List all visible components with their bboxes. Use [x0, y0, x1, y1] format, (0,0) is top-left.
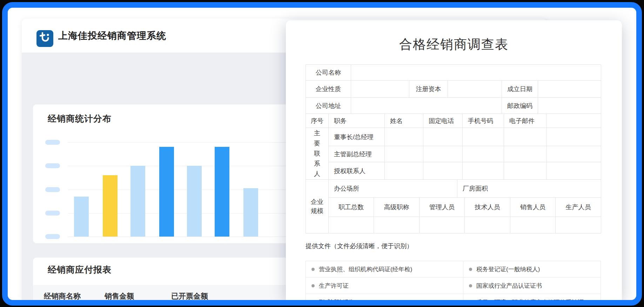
field-establish-date — [538, 81, 601, 98]
document-item-text: 质量、环境、职业健康安全管理体系认证 — [476, 298, 584, 306]
contact-role-label: 授权联系人 — [329, 162, 385, 180]
contact-role-label: 董事长/总经理 — [329, 128, 385, 146]
contact-field — [504, 146, 547, 162]
enterprise-scale-vertical-text: 企业规模 — [310, 197, 324, 216]
label-landline: 固定电话 — [423, 114, 463, 128]
chart-bar — [103, 175, 118, 237]
document-item: 税务登记证(一般纳税人) — [463, 261, 601, 277]
contact-field — [385, 146, 423, 162]
contact-header-empty — [547, 114, 601, 128]
contact-field — [547, 128, 601, 146]
label-establish-date: 成立日期 — [502, 81, 538, 98]
chart-bar — [130, 166, 145, 237]
form-row-company-name: 公司名称 — [306, 65, 601, 81]
contact-row: 董事长/总经理 — [329, 128, 601, 146]
form-title: 合格经销商调查表 — [286, 36, 622, 53]
bullet-icon — [311, 284, 315, 287]
document-item: 营业执照、组织机构代码证(经年检) — [306, 261, 463, 277]
report-column-header: 销售金额 — [105, 291, 171, 301]
axis-label-pill — [45, 140, 60, 145]
scale-row-staff-values — [329, 217, 601, 233]
label-enterprise-nature: 企业性质 — [306, 81, 351, 98]
chart-bar — [74, 197, 89, 237]
stats-card-title: 经销商统计分布 — [48, 113, 112, 124]
report-card-title: 经销商应付报表 — [48, 264, 112, 275]
tj-brand-icon — [36, 30, 53, 47]
scale-section: 企业规模 办公场所 厂房面积 职工总数高级职称管理人员技术人员销售人员生产人员 — [306, 180, 601, 233]
document-item-text: 型式试验报告 — [319, 298, 355, 306]
survey-form-panel: 合格经销商调查表 公司名称 企业性质 注册资本 成立日期 — [286, 20, 622, 300]
form-row-address: 公司地址 邮政编码 — [306, 98, 601, 114]
contact-field — [504, 162, 547, 180]
document-item: 生产许可证 — [306, 278, 463, 294]
axis-label-pill — [45, 187, 60, 192]
contact-field — [423, 128, 463, 146]
label-company-address: 公司地址 — [306, 98, 351, 114]
label-main-contacts: 主要联系人 — [306, 128, 329, 180]
document-row: 型式试验报告质量、环境、职业健康安全管理体系认证 — [306, 294, 601, 306]
contacts-rows: 董事长/总经理主管副总经理授权联系人 — [329, 128, 601, 180]
scale-column-label: 高级职称 — [374, 198, 420, 217]
bullet-icon — [311, 268, 315, 271]
scale-field — [420, 217, 465, 233]
form-row-contact-headers: 序号 职务 姓名 固定电话 手机号码 电子邮件 — [306, 114, 601, 128]
scale-rows: 办公场所 厂房面积 职工总数高级职称管理人员技术人员销售人员生产人员 — [329, 180, 601, 233]
scale-field — [510, 217, 556, 233]
field-company-name — [351, 65, 601, 81]
contact-field — [385, 128, 423, 146]
field-registered-capital — [448, 81, 502, 98]
contact-field — [385, 162, 423, 180]
report-column-header: 已开票金额 — [171, 291, 276, 301]
documents-grid: 营业执照、组织机构代码证(经年检)税务登记证(一般纳税人)生产许可证国家或行业产… — [306, 261, 601, 306]
document-item-text: 生产许可证 — [319, 282, 349, 290]
label-enterprise-scale: 企业规模 — [306, 180, 329, 233]
scale-row-premises: 办公场所 厂房面积 — [329, 180, 601, 198]
scale-column-label: 生产人员 — [556, 198, 601, 217]
label-mobile: 手机号码 — [463, 114, 504, 128]
contact-field — [463, 146, 504, 162]
contact-row: 主管副总经理 — [329, 146, 601, 162]
label-registered-capital: 注册资本 — [409, 81, 448, 98]
document-item-text: 营业执照、组织机构代码证(经年检) — [319, 265, 412, 273]
scale-field — [329, 217, 374, 233]
stage: 上海佳投经销商管理系统 经销商统计分布 经销商应付报表 经销商名称销售金额已开票… — [8, 8, 636, 300]
contact-row: 授权联系人 — [329, 162, 601, 180]
bullet-icon — [469, 268, 472, 271]
contact-field — [463, 162, 504, 180]
contacts-section: 主要联系人 董事长/总经理主管副总经理授权联系人 — [306, 128, 601, 180]
contact-field — [504, 128, 547, 146]
contact-field — [547, 146, 601, 162]
documents-note: 提供文件（文件必须清晰，便于识别） — [306, 242, 413, 250]
document-item-text: 国家或行业产品认证证书 — [476, 282, 542, 290]
document-item: 国家或行业产品认证证书 — [463, 278, 601, 294]
scale-field — [374, 217, 420, 233]
field-enterprise-nature — [351, 81, 409, 98]
axis-label-pill — [45, 163, 60, 168]
document-row: 营业执照、组织机构代码证(经年检)税务登记证(一般纳税人) — [306, 261, 601, 278]
chart-bar — [243, 188, 258, 237]
scale-column-label: 职工总数 — [329, 198, 374, 217]
label-office-premises: 办公场所 — [329, 180, 457, 198]
scale-field — [556, 217, 601, 233]
chart-bar — [159, 147, 174, 237]
bullet-icon — [469, 284, 472, 287]
contact-field — [463, 128, 504, 146]
document-item: 质量、环境、职业健康安全管理体系认证 — [463, 294, 601, 306]
document-row: 生产许可证国家或行业产品认证证书 — [306, 278, 601, 294]
survey-form-table: 公司名称 企业性质 注册资本 成立日期 公司地址 邮政编码 — [306, 64, 601, 233]
form-row-nature: 企业性质 注册资本 成立日期 — [306, 81, 601, 98]
contact-role-label: 主管副总经理 — [329, 146, 385, 162]
contact-field — [547, 162, 601, 180]
document-item-text: 税务登记证(一般纳税人) — [476, 265, 540, 273]
field-postal-code — [538, 98, 601, 114]
label-postal-code: 邮政编码 — [502, 98, 538, 114]
scale-column-label: 技术人员 — [465, 198, 510, 217]
scale-field — [465, 217, 510, 233]
app-frame: 上海佳投经销商管理系统 经销商统计分布 经销商应付报表 经销商名称销售金额已开票… — [2, 2, 642, 306]
label-position: 职务 — [329, 114, 385, 128]
chart-bar — [187, 166, 202, 237]
main-contacts-vertical-text: 主要联系人 — [313, 128, 321, 179]
axis-label-pill — [45, 234, 60, 239]
contact-field — [423, 162, 463, 180]
scale-row-staff-headers: 职工总数高级职称管理人员技术人员销售人员生产人员 — [329, 198, 601, 217]
